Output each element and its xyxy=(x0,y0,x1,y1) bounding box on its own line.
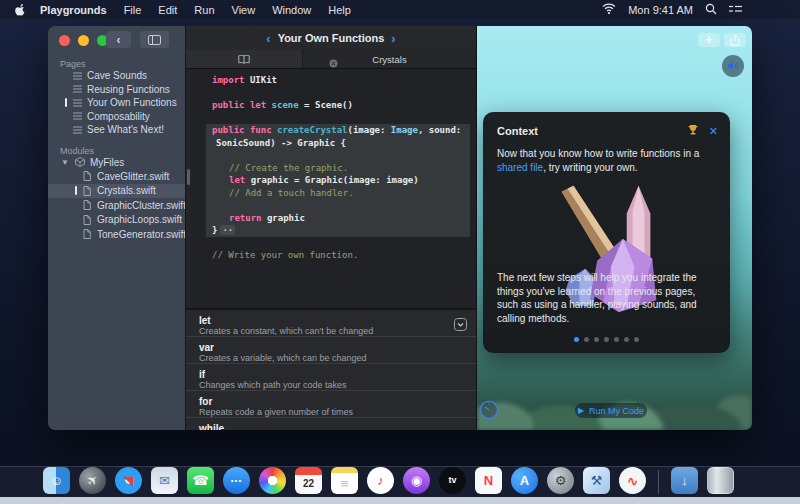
page-list-icon xyxy=(72,72,82,80)
code-line[interactable] xyxy=(186,199,476,212)
trophy-icon xyxy=(687,122,699,140)
code-line[interactable] xyxy=(186,87,476,100)
sidebar-file-crystals-swift[interactable]: Crystals.swift xyxy=(48,184,185,199)
snippet-var[interactable]: varCreates a variable, which can be chan… xyxy=(186,337,476,364)
wifi-icon[interactable] xyxy=(602,3,616,16)
context-paragraph-2: The next few steps will help you integra… xyxy=(483,271,730,325)
code-line[interactable]: let graphic = Graphic(image: image) xyxy=(186,174,476,187)
page-dot-1[interactable] xyxy=(574,337,579,342)
spotlight-search-icon[interactable] xyxy=(705,3,717,17)
pages-list: Cave SoundsReusing FunctionsYour Own Fun… xyxy=(48,69,185,137)
code-line[interactable] xyxy=(186,112,476,125)
dock-finder-icon[interactable]: ☺ xyxy=(43,467,70,494)
dock-messages-icon[interactable]: ••• xyxy=(223,467,250,494)
sidebar-toggle-button[interactable] xyxy=(140,31,169,48)
page-dot-6[interactable] xyxy=(624,337,629,342)
sidebar-file-caveglitter-swift[interactable]: CaveGlitter.swift xyxy=(48,169,185,184)
tab-main-page[interactable] xyxy=(186,50,303,68)
sidebar-item-reusing-functions[interactable]: Reusing Functions xyxy=(48,83,185,97)
dock-downloads-icon[interactable]: ↓ xyxy=(671,467,698,494)
page-dot-4[interactable] xyxy=(604,337,609,342)
dock-facetime-icon[interactable]: ☎ xyxy=(187,467,214,494)
dock-notes-icon[interactable]: ≡ xyxy=(331,467,358,494)
dock-podcasts-icon[interactable]: ◉ xyxy=(403,467,430,494)
sidebar-item-cave-sounds[interactable]: Cave Sounds xyxy=(48,69,185,83)
menu-playgrounds[interactable]: Playgrounds xyxy=(40,4,107,16)
share-icon[interactable] xyxy=(724,33,746,47)
page-dot-5[interactable] xyxy=(614,337,619,342)
page-dots[interactable] xyxy=(483,337,730,342)
collapse-panel-icon[interactable] xyxy=(454,317,467,335)
document-icon xyxy=(82,186,92,196)
close-window-button[interactable] xyxy=(59,35,70,46)
run-my-code-button[interactable]: ▶ Run My Code xyxy=(575,403,647,418)
menu-help[interactable]: Help xyxy=(328,4,351,16)
code-line[interactable]: SonicSound) -> Graphic { xyxy=(186,137,476,150)
add-button[interactable]: + xyxy=(698,33,720,47)
split-drag-handle[interactable] xyxy=(187,169,190,185)
dock-xcode-icon[interactable]: ⚒ xyxy=(583,467,610,494)
sidebar-file-graphiccluster-swift[interactable]: GraphicCluster.swift xyxy=(48,198,185,213)
live-view: + Context ✕ Now that you know how to wri… xyxy=(477,26,752,430)
code-line[interactable] xyxy=(186,149,476,162)
menu-window[interactable]: Window xyxy=(272,4,311,16)
snippet-let[interactable]: letCreates a constant, which can't be ch… xyxy=(186,310,476,337)
page-list-icon xyxy=(72,112,82,120)
code-line[interactable]: return graphic xyxy=(186,212,476,225)
dock-preferences-icon[interactable]: ⚙ xyxy=(547,467,574,494)
context-popover: Context ✕ Now that you know how to write… xyxy=(483,112,730,353)
menu-edit[interactable]: Edit xyxy=(158,4,177,16)
code-line[interactable] xyxy=(186,237,476,250)
code-editor[interactable]: import UIKitpublic let scene = Scene()pu… xyxy=(186,69,476,308)
dock-playgrounds-icon[interactable]: ∿ xyxy=(619,467,646,494)
snippet-for[interactable]: forRepeats code a given number of times xyxy=(186,391,476,418)
disclosure-triangle-icon[interactable]: ▼ xyxy=(61,158,69,167)
dock-photos-icon[interactable] xyxy=(259,467,286,494)
page-dot-2[interactable] xyxy=(584,337,589,342)
sidebar-item-your-own-functions[interactable]: Your Own Functions xyxy=(48,96,185,110)
minimize-window-button[interactable] xyxy=(78,35,89,46)
previous-page-chevron-icon[interactable]: ‹ xyxy=(266,32,270,45)
code-line[interactable]: public func createCrystal(image: Image, … xyxy=(186,124,476,137)
back-button[interactable]: ‹ xyxy=(106,31,131,48)
menu-run[interactable]: Run xyxy=(194,4,214,16)
sidebar-file-tonegenerator-swift[interactable]: ToneGenerator.swift xyxy=(48,227,185,242)
sidebar-item-see-what-s-next[interactable]: See What's Next! xyxy=(48,123,185,137)
playgrounds-window: ‹ Pages Cave SoundsReusing FunctionsYour… xyxy=(48,26,752,430)
shared-file-link[interactable]: shared file xyxy=(497,162,543,173)
dock-calendar-icon[interactable]: 22 xyxy=(295,467,322,494)
snippet-while[interactable]: while xyxy=(186,418,476,430)
menu-clock[interactable]: Mon 9:41 AM xyxy=(628,4,693,16)
code-line[interactable]: import UIKit xyxy=(186,74,476,87)
menu-file[interactable]: File xyxy=(124,4,142,16)
dock-trash-icon[interactable] xyxy=(707,467,734,494)
tab-file-label: Crystals xyxy=(372,54,406,65)
dock-mail-icon[interactable]: ✉ xyxy=(151,467,178,494)
sidebar-item-myfiles[interactable]: ▼ MyFiles xyxy=(48,156,185,170)
sound-toggle-button[interactable] xyxy=(722,55,744,77)
code-line[interactable]: // Write your own function. xyxy=(186,249,476,262)
code-line[interactable]: }·· xyxy=(186,224,476,237)
dock-safari-icon[interactable]: ◥ xyxy=(115,467,142,494)
page-dot-7[interactable] xyxy=(634,337,639,342)
apple-menu-icon[interactable] xyxy=(14,3,26,17)
code-line[interactable]: public let scene = Scene() xyxy=(186,99,476,112)
next-page-chevron-icon[interactable]: › xyxy=(391,32,395,45)
close-popover-icon[interactable]: ✕ xyxy=(709,125,718,138)
dock-news-icon[interactable]: N xyxy=(475,467,502,494)
code-line[interactable]: // Add a touch handler. xyxy=(186,187,476,200)
dock-tv-icon[interactable]: tv xyxy=(439,467,466,494)
snippet-if[interactable]: ifChanges which path your code takes xyxy=(186,364,476,391)
sidebar-item-composability[interactable]: Composability xyxy=(48,110,185,124)
dock-music-icon[interactable]: ♪ xyxy=(367,467,394,494)
page-dot-3[interactable] xyxy=(594,337,599,342)
speed-gauge-button[interactable] xyxy=(479,400,499,424)
sidebar-file-graphicloops-swift[interactable]: GraphicLoops.swift xyxy=(48,213,185,228)
menu-view[interactable]: View xyxy=(232,4,256,16)
dock-launchpad-icon[interactable]: ✈ xyxy=(79,467,106,494)
dock-appstore-icon[interactable]: A xyxy=(511,467,538,494)
files-list: CaveGlitter.swiftCrystals.swiftGraphicCl… xyxy=(48,169,185,242)
tab-crystals-file[interactable]: Crystals xyxy=(303,50,476,68)
notification-center-icon[interactable] xyxy=(729,4,742,16)
code-line[interactable]: // Create the graphic. xyxy=(186,162,476,175)
